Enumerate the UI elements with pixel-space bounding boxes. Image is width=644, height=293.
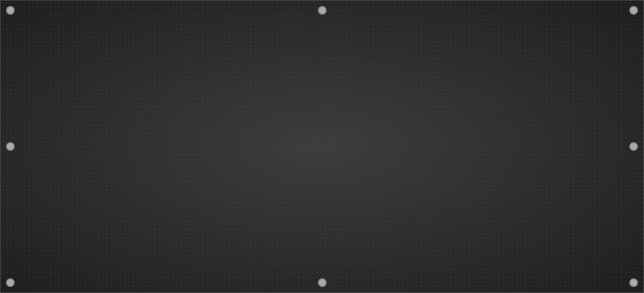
chart-container bbox=[0, 0, 644, 293]
corner-decoration bbox=[6, 6, 15, 15]
y-axis bbox=[11, 14, 55, 287]
lines-chart bbox=[55, 14, 540, 271]
corner-decoration bbox=[629, 6, 638, 15]
corner-decoration bbox=[318, 6, 327, 15]
chart-plot-area bbox=[55, 14, 540, 287]
legend bbox=[545, 14, 633, 20]
chart-body bbox=[11, 14, 633, 287]
